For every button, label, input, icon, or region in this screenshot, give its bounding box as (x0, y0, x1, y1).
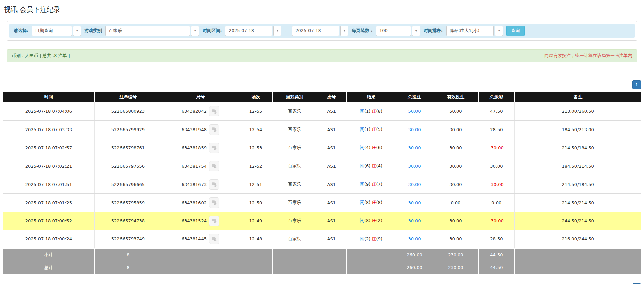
table-row: 2025-07-18 07:02:21 522665797556 6343817… (3, 157, 641, 175)
result-player: 闲 (360, 236, 364, 241)
page-title: 视讯 会员下注纪录 (0, 0, 644, 18)
session-number: 12-49 (239, 212, 272, 230)
search-button[interactable]: 查询 (506, 26, 525, 36)
time-range-label: 时间区间: (203, 28, 222, 34)
result-player-points: (6) (364, 163, 370, 168)
grand-total-total-bet: 260.00 (396, 261, 433, 274)
bet-time: 2025-07-18 07:02:21 (3, 157, 94, 175)
total-bet-link[interactable]: 30.00 (408, 182, 421, 187)
bet-time: 2025-07-18 07:00:24 (3, 230, 94, 248)
video-replay-button[interactable] (209, 143, 219, 153)
page-1-button[interactable]: 1 (632, 80, 641, 89)
video-replay-button[interactable] (209, 124, 219, 135)
column-header: 桌号 (317, 92, 346, 102)
bet-time: 2025-07-18 07:00:52 (3, 212, 94, 230)
result-cell: 闲(8) 庄(2) (346, 212, 396, 230)
result-player-points: (8) (364, 218, 370, 223)
table-row: 2025-07-18 07:01:51 522665796665 6343816… (3, 175, 641, 193)
table-number: AS1 (317, 175, 346, 193)
date-to-picker[interactable]: 2025-07-18 ▾ (292, 26, 348, 36)
round-id: 634381524 (182, 218, 207, 223)
game-type: 百家乐 (272, 193, 317, 212)
round-cell: 634381948 (162, 120, 239, 139)
subtotal-payout: 44.50 (478, 248, 515, 261)
page-size-value[interactable]: 100 (376, 26, 411, 36)
chevron-down-icon[interactable]: ▾ (191, 26, 199, 36)
game-type: 百家乐 (272, 120, 317, 139)
column-header: 总投注 (396, 92, 433, 102)
query-type-dropdown[interactable]: 日期查询 ▾ (32, 26, 81, 36)
game-type-value[interactable]: 百家乐 (105, 26, 190, 36)
query-type-value[interactable]: 日期查询 (32, 26, 72, 36)
table-row: 2025-07-18 07:02:57 522665798761 6343818… (3, 139, 641, 157)
result-banker: 庄 (372, 127, 376, 132)
pagination-top: 1 (3, 80, 641, 89)
title-divider (0, 18, 644, 18)
time-sort-label: 时间排序: (424, 28, 443, 34)
grand-total-count: 8 (94, 261, 162, 274)
payout: 47.50 (478, 102, 515, 120)
valid-bet: 50.00 (433, 102, 478, 120)
chevron-down-icon[interactable]: ▾ (340, 26, 348, 36)
result-player: 闲 (360, 182, 364, 187)
range-separator: ~ (285, 28, 289, 33)
valid-bet-notice-text: 同局有效投注，统一计算在该局第一张注单内 (544, 53, 632, 59)
result-cell: 闲(2) 庄(9) (346, 230, 396, 248)
date-from-picker[interactable]: 2025-07-18 ▾ (225, 26, 281, 36)
session-number: 12-53 (239, 139, 272, 157)
table-row: 2025-07-18 07:00:24 522665793749 6343814… (3, 230, 641, 248)
page-size-label: 每页笔数 : (352, 28, 373, 34)
time-sort-value[interactable]: 降幂(由大到小) (446, 26, 494, 36)
bet-id: 522665800923 (94, 102, 162, 120)
bet-id: 522665795859 (94, 193, 162, 212)
table-number: AS1 (317, 230, 346, 248)
result-player-points: (9) (364, 182, 370, 187)
result-cell: 闲(6) 庄(4) (346, 157, 396, 175)
result-banker: 庄 (372, 163, 376, 168)
round-id: 634382042 (182, 109, 207, 114)
page-size-dropdown[interactable]: 100 ▾ (376, 26, 420, 36)
round-id: 634381445 (182, 236, 207, 241)
video-replay-button[interactable] (209, 234, 219, 244)
chevron-down-icon[interactable]: ▾ (412, 26, 420, 36)
total-bet-link[interactable]: 30.00 (408, 145, 421, 150)
session-number: 12-55 (239, 102, 272, 120)
subtotal-row: 小计 8 260.00 230.00 44.50 (3, 248, 641, 261)
chevron-down-icon[interactable]: ▾ (495, 26, 503, 36)
chevron-down-icon[interactable]: ▾ (73, 26, 81, 36)
session-number: 12-52 (239, 157, 272, 175)
bet-time: 2025-07-18 07:02:57 (3, 139, 94, 157)
session-number: 12-54 (239, 120, 272, 139)
total-bet-link[interactable]: 30.00 (408, 164, 421, 169)
bet-time: 2025-07-18 07:01:25 (3, 193, 94, 212)
date-from-value[interactable]: 2025-07-18 (225, 26, 272, 36)
total-bet-link[interactable]: 30.00 (408, 200, 421, 205)
subtotal-valid-bet: 230.00 (433, 248, 478, 261)
chevron-down-icon[interactable]: ▾ (273, 26, 281, 36)
video-replay-button[interactable] (209, 197, 219, 208)
game-type: 百家乐 (272, 102, 317, 120)
date-to-value[interactable]: 2025-07-18 (292, 26, 339, 36)
game-type-dropdown[interactable]: 百家乐 ▾ (105, 26, 199, 36)
result-banker-points: (8) (376, 109, 382, 114)
grand-total-payout: 44.50 (478, 261, 515, 274)
grand-total-valid-bet: 230.00 (433, 261, 478, 274)
result-banker-points: (4) (376, 163, 382, 168)
column-header: 局号 (162, 92, 239, 102)
total-bet-link[interactable]: 50.00 (408, 109, 421, 114)
column-header: 结果 (346, 92, 396, 102)
result-banker-points: (8) (376, 200, 382, 205)
result-banker: 庄 (372, 236, 376, 241)
total-bet-link[interactable]: 30.00 (408, 218, 421, 223)
video-replay-button[interactable] (209, 161, 219, 171)
film-icon (211, 144, 217, 151)
round-cell: 634381602 (162, 193, 239, 212)
video-replay-button[interactable] (209, 216, 219, 226)
video-replay-button[interactable] (209, 179, 219, 190)
column-header: 备注 (515, 92, 641, 102)
total-bet-link[interactable]: 30.00 (408, 236, 421, 241)
total-bet-link[interactable]: 30.00 (408, 127, 421, 132)
time-sort-dropdown[interactable]: 降幂(由大到小) ▾ (446, 26, 503, 36)
table-number: AS1 (317, 157, 346, 175)
video-replay-button[interactable] (209, 106, 219, 116)
